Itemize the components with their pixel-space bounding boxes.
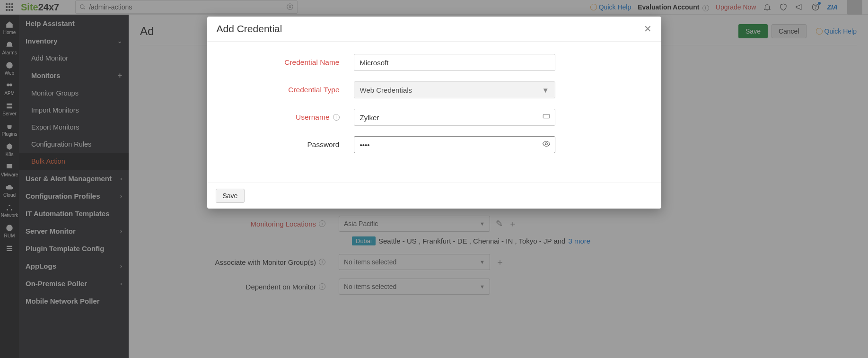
row-password: Password [226, 136, 642, 153]
close-icon[interactable]: ✕ [644, 24, 652, 34]
select-credential-type[interactable]: Web Credentials▼ [354, 81, 555, 98]
label-username: Usernamei [226, 113, 354, 122]
caret-down-icon: ▼ [542, 86, 549, 94]
modal-header: Add Credential ✕ [207, 17, 661, 42]
input-username[interactable] [354, 109, 555, 126]
label-credential-name: Credential Name [226, 58, 354, 67]
svg-point-22 [545, 143, 547, 145]
svg-rect-18 [543, 114, 550, 118]
info-icon[interactable]: i [333, 114, 340, 121]
modal-save-button[interactable]: Save [216, 189, 245, 203]
modal-body: Credential Name Credential Type Web Cred… [207, 42, 661, 183]
row-credential-name: Credential Name [226, 54, 642, 71]
input-password[interactable] [354, 136, 555, 153]
keyboard-icon[interactable] [542, 112, 551, 122]
eye-icon[interactable] [542, 140, 551, 150]
modal-footer: Save [207, 183, 661, 209]
modal-title: Add Credential [217, 23, 282, 35]
row-username: Usernamei [226, 109, 642, 126]
label-credential-type: Credential Type [226, 86, 354, 94]
input-credential-name[interactable] [354, 54, 555, 71]
add-credential-modal: Add Credential ✕ Credential Name Credent… [207, 17, 661, 209]
label-password: Password [226, 140, 354, 149]
row-credential-type: Credential Type Web Credentials▼ [226, 81, 642, 98]
